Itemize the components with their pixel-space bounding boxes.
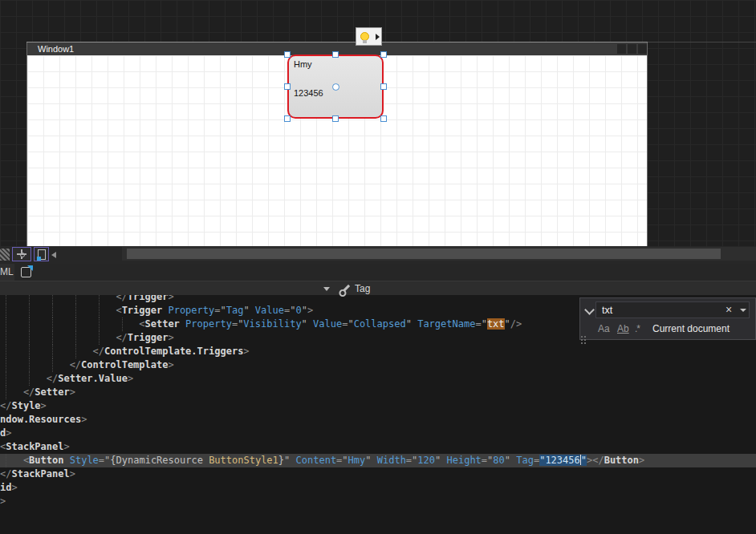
code-segment: > [168,332,173,343]
quick-actions-expand-icon[interactable] [376,34,380,40]
code-segment: " [302,305,307,316]
code-segment: Trigger [122,305,163,316]
code-segment: ButtonStyle1 [209,455,278,466]
code-segment: </ [23,386,35,398]
code-segment: > [41,400,47,411]
chevron-down-icon[interactable] [323,287,330,291]
splitter-grip-icon[interactable] [0,249,10,261]
code-segment: /> [510,318,522,330]
indent-guide [6,295,6,304]
code-segment [250,305,255,316]
designer-refresh-document-button[interactable] [34,247,49,261]
code-segment: </ [116,332,127,343]
code-segment: ndow.Resources [0,414,81,425]
selection-handle-bottom-left[interactable] [284,115,291,122]
indent-guide [52,345,53,358]
code-line[interactable]: <StackPanel> [0,440,756,454]
indent-guide [75,331,76,345]
designed-button-content: Hmy [294,59,312,69]
indent-guide [75,304,76,318]
window-caption-box [617,44,626,54]
code-line[interactable]: </Style> [0,399,756,413]
code-line[interactable]: </StackPanel> [0,467,756,481]
code-segment: Button [29,455,63,466]
indent-guide [6,386,6,399]
code-segment: > [168,359,173,370]
indent-guide [99,331,100,345]
indent-guide [52,295,53,304]
xaml-breadcrumb-bar: Tag [0,281,756,295]
code-segment [63,455,69,466]
breadcrumb-item[interactable]: Tag [355,283,370,294]
code-segment [180,318,185,330]
code-segment: ControlTemplate [81,359,168,370]
indent-guide [52,331,53,345]
code-segment: " [365,455,371,466]
selection-handle-mid-right[interactable] [380,83,387,90]
code-segment: Button [604,455,639,466]
selection-handle-bottom-center[interactable] [332,115,339,122]
selection-handle-top-left[interactable] [284,51,291,58]
code-segment: Tag [516,455,534,466]
selection-handle-bottom-right[interactable] [380,115,387,122]
code-segment: = [406,455,412,466]
code-line[interactable]: d> [0,427,756,440]
selection-handle-top-center[interactable] [332,51,339,58]
code-segment: </ [70,359,81,370]
lightbulb-icon [360,32,369,41]
designer-horizontal-scrollbar[interactable] [122,247,756,261]
code-line[interactable]: </ControlTemplate> [0,358,756,372]
code-segment [372,455,377,466]
code-segment: " [505,318,510,330]
code-line[interactable]: > [0,495,756,508]
tab-xaml-label: ML [0,266,14,277]
code-line[interactable]: ndow.Resources> [0,413,756,427]
code-segment: Content [296,455,337,466]
indent-guide [29,358,30,372]
code-segment: " [482,318,487,330]
code-segment: Value [255,305,284,316]
expand-replace-icon[interactable] [584,305,595,315]
indent-guide [6,372,6,386]
code-segment: Value [313,318,342,330]
designer-hscroll-thumb[interactable] [127,249,721,259]
code-segment: = [475,318,481,330]
find-options-dropdown-icon[interactable] [740,309,746,312]
code-line[interactable]: </ControlTemplate.Triggers> [0,345,756,358]
panel-grip-icon[interactable] [581,336,583,338]
indent-guide [29,331,30,345]
indent-guide [6,331,6,345]
selection-center-anchor[interactable] [332,83,339,91]
whole-word-toggle[interactable]: Ab [617,323,629,334]
crosshair-icon [17,249,26,259]
document-sync-icon [38,249,46,260]
code-segment: </ [47,373,58,384]
code-segment: Property [168,305,214,316]
indent-guide [52,318,53,331]
code-segment: } [278,455,284,466]
code-line[interactable]: </Setter.Value> [0,372,756,386]
tab-xaml[interactable]: ML [0,264,14,281]
code-segment: Setter [35,386,69,398]
designed-button-tag-text: 123456 [294,88,323,98]
swap-panes-icon[interactable] [21,267,31,277]
collapse-left-icon[interactable] [51,252,56,258]
selection-handle-top-right[interactable] [380,51,387,58]
code-segment: > [128,373,133,384]
close-find-icon[interactable]: × [726,303,732,316]
quick-actions-button[interactable] [356,27,382,46]
code-segment: " [348,318,353,330]
code-line[interactable]: id> [0,481,756,495]
designer-position-toolbar-button[interactable] [12,247,31,261]
indent-guide [52,358,53,372]
find-scope-selector[interactable]: Current document [652,323,730,334]
regex-toggle[interactable]: .* [635,323,640,334]
code-line[interactable]: <Button Style="{DynamicResource ButtonSt… [0,454,756,467]
code-segment: > [70,386,75,398]
code-segment: " [243,305,249,316]
match-case-toggle[interactable]: Aa [598,323,610,334]
code-segment: = [99,455,104,466]
code-segment: " [302,318,307,330]
code-line[interactable]: </Setter> [0,386,756,399]
selection-handle-mid-left[interactable] [284,83,291,90]
